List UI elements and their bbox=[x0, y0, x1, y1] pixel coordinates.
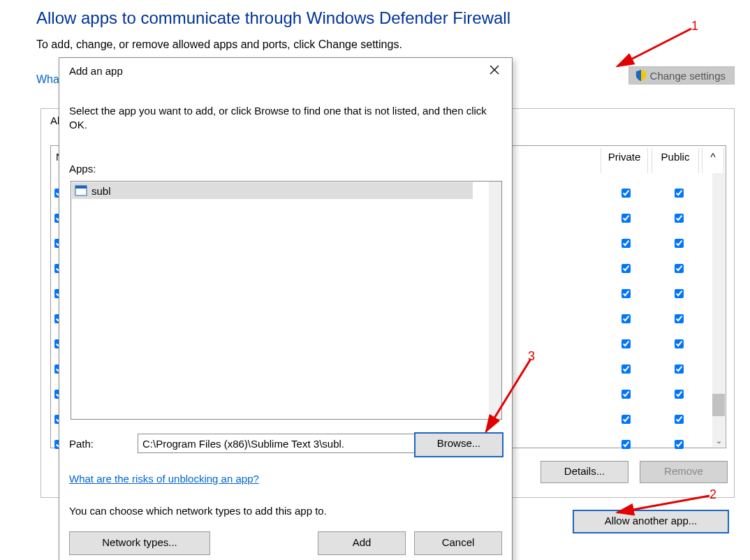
cancel-button[interactable]: Cancel bbox=[414, 531, 502, 555]
svg-line-4 bbox=[617, 29, 691, 66]
close-icon bbox=[490, 65, 499, 75]
remove-button: Remove bbox=[640, 461, 728, 483]
row-private-checkbox[interactable] bbox=[622, 289, 631, 298]
column-private[interactable]: Private bbox=[601, 148, 648, 173]
row-private-checkbox[interactable] bbox=[622, 189, 631, 198]
path-input[interactable] bbox=[138, 434, 416, 453]
dialog-title: Add an app bbox=[69, 65, 123, 77]
row-private-checkbox[interactable] bbox=[622, 314, 631, 323]
apps-label: Apps: bbox=[69, 163, 96, 175]
row-private-checkbox[interactable] bbox=[622, 440, 631, 449]
row-public-checkbox[interactable] bbox=[675, 214, 684, 223]
row-private-checkbox[interactable] bbox=[622, 339, 631, 348]
shield-icon bbox=[635, 69, 647, 82]
annotation-2-label: 2 bbox=[709, 487, 716, 502]
column-scroll-up[interactable]: ^ bbox=[702, 148, 724, 173]
page-heading: Allow apps to communicate through Window… bbox=[36, 8, 510, 28]
annotation-3-label: 3 bbox=[528, 349, 535, 364]
close-button[interactable] bbox=[484, 64, 505, 80]
row-private-checkbox[interactable] bbox=[622, 264, 631, 273]
app-list-item-label: subl bbox=[91, 185, 111, 197]
network-types-button[interactable]: Network types... bbox=[69, 531, 210, 555]
row-private-checkbox[interactable] bbox=[622, 214, 631, 223]
add-button[interactable]: Add bbox=[318, 531, 406, 555]
row-public-checkbox[interactable] bbox=[675, 189, 684, 198]
page-subtitle: To add, change, or remove allowed apps a… bbox=[36, 38, 402, 51]
risks-link[interactable]: What are the risks of unblocking an app? bbox=[69, 473, 259, 485]
row-private-checkbox[interactable] bbox=[622, 239, 631, 248]
network-types-text: You can choose which network types to ad… bbox=[69, 505, 327, 517]
column-public[interactable]: Public bbox=[652, 148, 699, 173]
program-icon bbox=[75, 184, 87, 197]
row-private-checkbox[interactable] bbox=[622, 364, 631, 374]
row-public-checkbox[interactable] bbox=[675, 364, 684, 374]
row-private-checkbox[interactable] bbox=[622, 415, 631, 424]
apps-listbox[interactable]: subl bbox=[71, 181, 502, 420]
dialog-instructions: Select the app you want to add, or click… bbox=[69, 104, 488, 133]
annotation-1-label: 1 bbox=[691, 19, 698, 34]
row-public-checkbox[interactable] bbox=[675, 289, 684, 298]
row-public-checkbox[interactable] bbox=[675, 390, 684, 399]
apps-list-scrollbar[interactable] bbox=[489, 182, 501, 419]
row-public-checkbox[interactable] bbox=[675, 415, 684, 424]
row-public-checkbox[interactable] bbox=[675, 314, 684, 323]
path-label: Path: bbox=[69, 438, 94, 450]
row-public-checkbox[interactable] bbox=[675, 339, 684, 348]
details-button[interactable]: Details... bbox=[541, 461, 628, 483]
svg-rect-3 bbox=[75, 186, 87, 189]
risks-link-truncated[interactable]: Wha bbox=[36, 73, 59, 86]
app-list-item-selected[interactable]: subl bbox=[72, 182, 473, 199]
row-private-checkbox[interactable] bbox=[622, 390, 631, 399]
change-settings-label: Change settings bbox=[650, 70, 726, 82]
browse-button[interactable]: Browse... bbox=[414, 432, 503, 457]
row-public-checkbox[interactable] bbox=[675, 264, 684, 273]
allow-another-app-button[interactable]: Allow another app... bbox=[573, 510, 729, 533]
change-settings-button[interactable]: Change settings bbox=[628, 66, 735, 84]
row-public-checkbox[interactable] bbox=[675, 440, 684, 449]
add-an-app-dialog: Add an app Select the app you want to ad… bbox=[59, 57, 513, 560]
row-public-checkbox[interactable] bbox=[675, 239, 684, 248]
